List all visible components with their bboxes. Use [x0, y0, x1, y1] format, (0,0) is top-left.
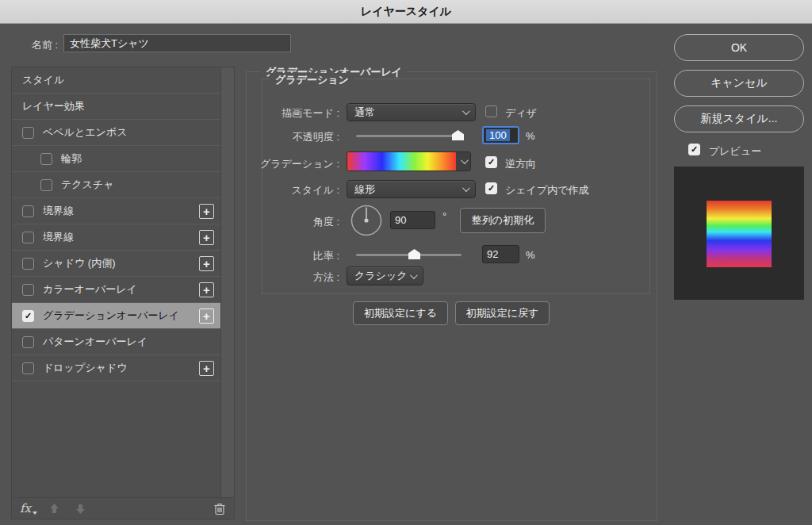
sidebar-item-contour[interactable]: 輪郭	[12, 146, 220, 172]
ok-label: OK	[731, 41, 747, 54]
sidebar-item-layer-effects[interactable]: レイヤー効果	[12, 94, 220, 120]
dither-checkbox[interactable]	[485, 105, 497, 117]
style-label: スタイル :	[251, 183, 339, 197]
fx-menu-button[interactable]: fx	[20, 501, 31, 515]
fx-label: fx	[20, 501, 31, 515]
sidebar-item-drop-shadow[interactable]: ドロップシャドウ +	[12, 355, 220, 381]
reset-alignment-button[interactable]: 整列の初期化	[460, 208, 546, 233]
style-value: 線形	[354, 182, 375, 197]
angle-input[interactable]: 90	[390, 211, 435, 229]
preview-label: プレビュー	[709, 144, 761, 159]
blend-mode-dropdown[interactable]: 通常	[347, 103, 476, 121]
sidebar-item-bevel-emboss[interactable]: ベベルとエンボス	[12, 120, 220, 146]
align-shape-checkbox[interactable]: ✓	[485, 182, 497, 194]
preview-swatch	[674, 167, 804, 300]
name-label: 名前 :	[32, 38, 58, 52]
checkbox-stroke-2[interactable]	[22, 232, 34, 243]
gradient-label: グラデーション :	[251, 157, 339, 171]
sidebar-item-inner-shadow[interactable]: シャドウ (内側) +	[12, 251, 220, 277]
scale-input[interactable]: 92	[482, 245, 519, 263]
checkbox-inner-shadow[interactable]	[22, 258, 34, 270]
sidebar-item-label: パターンオーバーレイ	[43, 335, 147, 349]
angle-label: 角度 :	[251, 215, 339, 229]
opacity-value: 100	[486, 129, 510, 141]
reset-default-label: 初期設定に戻す	[466, 306, 539, 320]
angle-dial[interactable]	[350, 205, 382, 236]
delete-effect-button[interactable]	[213, 502, 226, 515]
sidebar-item-label: レイヤー効果	[22, 99, 85, 113]
cancel-button[interactable]: キャンセル	[674, 70, 804, 97]
method-dropdown[interactable]: クラシック	[347, 266, 423, 285]
sidebar-item-label: 境界線	[43, 230, 74, 244]
effects-list: スタイル レイヤー効果 ベベルとエンボス 輪郭 テクスチャ 境界線 + 境界線 …	[12, 67, 220, 381]
reverse-label: 逆方向	[505, 157, 536, 171]
scale-label: 比率 :	[251, 249, 339, 263]
arrow-up-icon	[48, 503, 60, 515]
checkbox-drop-shadow[interactable]	[22, 362, 34, 374]
reverse-checkbox[interactable]: ✓	[485, 156, 497, 168]
style-dropdown[interactable]: 線形	[347, 180, 476, 198]
add-stroke-button[interactable]: +	[199, 230, 214, 245]
sidebar-item-label: シャドウ (内側)	[43, 256, 116, 270]
blend-mode-value: 通常	[354, 105, 375, 120]
sidebar-item-label: グラデーションオーバーレイ	[43, 308, 179, 323]
chevron-down-icon	[462, 184, 470, 192]
new-style-button[interactable]: 新規スタイル...	[674, 105, 804, 132]
gradient-preview-bar[interactable]	[347, 152, 456, 171]
add-inner-shadow-button[interactable]: +	[199, 256, 214, 271]
add-drop-shadow-button[interactable]: +	[199, 361, 214, 376]
make-default-label: 初期設定にする	[364, 306, 437, 320]
opacity-unit: %	[526, 130, 535, 142]
sidebar-item-color-overlay[interactable]: カラーオーバーレイ +	[12, 277, 220, 303]
opacity-input[interactable]: 100	[482, 126, 519, 144]
checkbox-contour[interactable]	[40, 153, 52, 165]
move-effect-down-button[interactable]	[75, 503, 86, 515]
checkbox-stroke-1[interactable]	[22, 205, 34, 217]
effects-sidebar: スタイル レイヤー効果 ベベルとエンボス 輪郭 テクスチャ 境界線 + 境界線 …	[11, 67, 235, 519]
checkbox-pattern-overlay[interactable]	[22, 336, 34, 348]
sidebar-item-stroke-1[interactable]: 境界線 +	[12, 198, 220, 224]
angle-unit: °	[442, 210, 446, 222]
sidebar-item-gradient-overlay[interactable]: ✓ グラデーションオーバーレイ +	[12, 303, 220, 329]
dialog-titlebar: レイヤースタイル	[0, 0, 812, 24]
cancel-label: キャンセル	[710, 76, 768, 90]
add-color-overlay-button[interactable]: +	[199, 282, 214, 297]
checkbox-gradient-overlay[interactable]: ✓	[22, 310, 34, 322]
name-input[interactable]	[63, 34, 291, 52]
chevron-down-icon	[460, 156, 468, 164]
sidebar-item-styles[interactable]: スタイル	[12, 67, 220, 94]
scale-value: 92	[487, 248, 498, 260]
reset-default-button[interactable]: 初期設定に戻す	[455, 301, 550, 325]
add-stroke-button[interactable]: +	[199, 204, 214, 219]
gradient-group-title: グラデーション	[270, 73, 354, 87]
sidebar-item-label: スタイル	[22, 73, 64, 87]
arrow-down-icon	[75, 503, 86, 515]
sidebar-item-stroke-2[interactable]: 境界線 +	[12, 224, 220, 251]
opacity-slider-track[interactable]	[356, 135, 458, 137]
checkbox-color-overlay[interactable]	[22, 284, 34, 296]
sidebar-scrollbar[interactable]	[220, 67, 234, 497]
blend-mode-label: 描画モード :	[251, 106, 339, 121]
checkbox-bevel-emboss[interactable]	[22, 127, 34, 139]
sidebar-item-label: ドロップシャドウ	[43, 361, 127, 375]
sidebar-item-label: 境界線	[43, 204, 74, 218]
sidebar-item-label: ベベルとエンボス	[43, 125, 127, 140]
preview-checkbox[interactable]: ✓	[688, 144, 700, 155]
method-label: 方法 :	[251, 270, 339, 285]
sidebar-item-pattern-overlay[interactable]: パターンオーバーレイ	[12, 329, 220, 355]
trash-icon	[213, 502, 226, 515]
sidebar-item-label: 輪郭	[61, 151, 82, 166]
new-style-label: 新規スタイル...	[701, 112, 778, 126]
gradient-dropdown-arrow[interactable]	[456, 152, 470, 171]
fx-caret-icon	[33, 512, 37, 515]
add-gradient-overlay-button[interactable]: +	[199, 308, 214, 324]
align-shape-label: シェイプ内で作成	[505, 183, 589, 197]
ok-button[interactable]: OK	[674, 34, 804, 61]
make-default-button[interactable]: 初期設定にする	[353, 301, 448, 325]
checkbox-texture[interactable]	[40, 179, 52, 191]
sidebar-item-texture[interactable]: テクスチャ	[12, 172, 220, 198]
chevron-down-icon	[462, 107, 470, 115]
sidebar-item-label: カラーオーバーレイ	[43, 282, 137, 297]
gradient-picker[interactable]	[347, 151, 471, 171]
move-effect-up-button[interactable]	[48, 503, 60, 515]
